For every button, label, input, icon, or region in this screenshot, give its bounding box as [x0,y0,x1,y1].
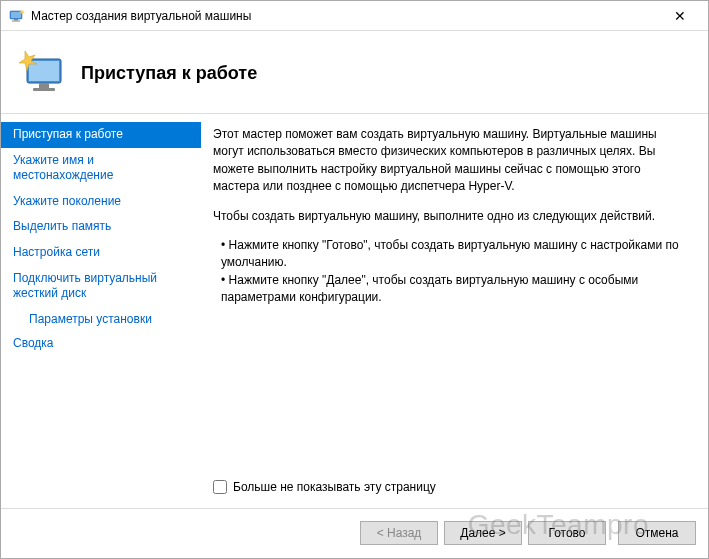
content-area: Приступая к работе Укажите имя и местона… [1,114,708,508]
wizard-icon [17,49,67,97]
step-network[interactable]: Настройка сети [1,240,201,266]
svg-rect-1 [11,12,21,18]
step-generation[interactable]: Укажите поколение [1,189,201,215]
next-button[interactable]: Далее > [444,521,522,545]
close-button[interactable]: ✕ [660,2,700,30]
main-panel: Этот мастер поможет вам создать виртуаль… [201,114,708,508]
step-install-options[interactable]: Параметры установки [1,307,201,331]
page-title: Приступая к работе [81,63,257,84]
options-list: Нажмите кнопку "Готово", чтобы создать в… [221,237,690,307]
cancel-button[interactable]: Отмена [618,521,696,545]
back-button: < Назад [360,521,438,545]
step-virtual-disk[interactable]: Подключить виртуальный жесткий диск [1,266,201,307]
instruction-text: Чтобы создать виртуальную машину, выполн… [213,208,690,225]
titlebar: Мастер создания виртуальной машины ✕ [1,1,708,31]
option-finish: Нажмите кнопку "Готово", чтобы создать в… [221,237,690,272]
step-memory[interactable]: Выделить память [1,214,201,240]
svg-rect-3 [12,20,20,21]
window-title: Мастер создания виртуальной машины [31,9,660,23]
app-icon [9,8,25,24]
dont-show-label[interactable]: Больше не показывать эту страницу [233,479,436,496]
wizard-footer: < Назад Далее > Готово Отмена [1,508,708,556]
wizard-header: Приступая к работе [1,31,708,114]
finish-button[interactable]: Готово [528,521,606,545]
wizard-steps-sidebar: Приступая к работе Укажите имя и местона… [1,114,201,508]
step-name-location[interactable]: Укажите имя и местонахождение [1,148,201,189]
svg-rect-2 [14,19,18,21]
dont-show-row: Больше не показывать эту страницу [213,479,690,500]
svg-rect-7 [39,83,49,88]
svg-rect-8 [33,88,55,91]
dont-show-checkbox[interactable] [213,480,227,494]
intro-text: Этот мастер поможет вам создать виртуаль… [213,126,690,196]
option-next: Нажмите кнопку "Далее", чтобы создать ви… [221,272,690,307]
step-summary[interactable]: Сводка [1,331,201,357]
step-getting-started[interactable]: Приступая к работе [1,122,201,148]
